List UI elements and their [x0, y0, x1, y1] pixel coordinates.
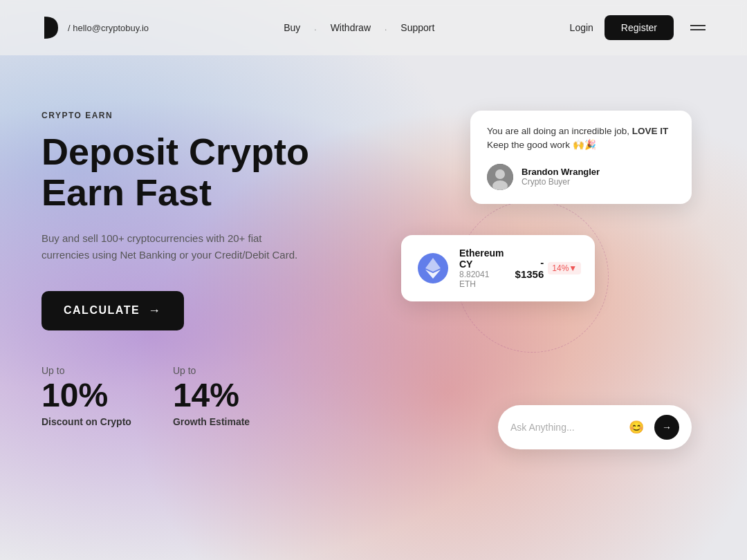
email-label: / hello@cryptobuy.io: [68, 23, 149, 33]
author-info: Brandon Wrangler Crypto Buyer: [522, 167, 600, 187]
crypto-amount: 8.82041 ETH: [459, 270, 504, 289]
section-label: CRYPTO EARN: [42, 111, 401, 120]
hamburger-menu-button[interactable]: [690, 25, 706, 30]
stat-growth-label-top: Up to: [173, 365, 250, 376]
crypto-price: - $1356 14%▼: [515, 256, 582, 280]
stat-growth-value: 14%: [173, 379, 250, 412]
nav-separator-2: .: [385, 23, 387, 32]
author-role: Crypto Buyer: [522, 177, 600, 187]
logo-icon: [42, 15, 61, 40]
nav-withdraw[interactable]: Withdraw: [331, 22, 371, 33]
review-text: You are all doing an incredible job, LOV…: [487, 124, 675, 153]
crypto-info: Ethereum CY 8.82041 ETH: [459, 248, 504, 289]
chat-placeholder[interactable]: Ask Anything...: [510, 422, 618, 433]
nav-center: Buy . Withdraw . Support: [149, 22, 570, 33]
stat-growth: Up to 14% Growth Estimate: [173, 365, 250, 427]
nav-support[interactable]: Support: [400, 22, 434, 33]
price-value: - $1356: [515, 256, 544, 280]
send-button[interactable]: →: [654, 415, 679, 440]
hero-description: Buy and sell 100+ cryptocurrencies with …: [42, 230, 304, 263]
left-section: CRYPTO EARN Deposit Crypto Earn Fast Buy…: [42, 97, 401, 560]
stat-discount-value: 10%: [42, 379, 131, 412]
nav-buy[interactable]: Buy: [284, 22, 300, 33]
stat-discount-label-top: Up to: [42, 365, 131, 376]
arrow-icon: →: [148, 304, 162, 318]
avatar: [487, 164, 513, 190]
review-author: Brandon Wrangler Crypto Buyer: [487, 164, 675, 190]
screen: / hello@cryptobuy.io Buy . Withdraw . Su…: [0, 0, 747, 560]
hero-title: Deposit Crypto Earn Fast: [42, 131, 401, 214]
hero-title-line2: Earn Fast: [42, 171, 212, 213]
emoji-button[interactable]: 😊: [625, 416, 647, 438]
review-text-suffix: Keep the good work 🙌🎉: [487, 140, 596, 150]
review-text-plain: You are all doing an incredible job,: [487, 126, 632, 136]
stat-discount-desc: Discount on Crypto: [42, 416, 131, 427]
review-text-bold: LOVE IT: [632, 126, 669, 136]
stat-growth-desc: Growth Estimate: [173, 416, 250, 427]
ethereum-icon: [418, 253, 448, 283]
chat-card[interactable]: Ask Anything... 😊 →: [498, 405, 692, 449]
right-section: You are all doing an incredible job, LOV…: [401, 97, 706, 560]
crypto-name: Ethereum CY: [459, 248, 504, 270]
price-change: 14%▼: [548, 262, 581, 274]
author-name: Brandon Wrangler: [522, 167, 600, 177]
svg-marker-3: [425, 258, 441, 272]
login-button[interactable]: Login: [570, 22, 593, 33]
menu-line-1: [690, 25, 706, 26]
hero-title-line1: Deposit Crypto: [42, 131, 309, 172]
price-row: - $1356 14%▼: [515, 256, 582, 280]
navbar: / hello@cryptobuy.io Buy . Withdraw . Su…: [0, 0, 747, 55]
nav-separator-1: .: [314, 23, 316, 32]
register-button[interactable]: Register: [605, 15, 674, 40]
calculate-label: CALCULATE: [64, 304, 140, 317]
menu-line-2: [690, 29, 706, 30]
svg-point-1: [495, 169, 505, 179]
calculate-button[interactable]: CALCULATE →: [42, 291, 184, 330]
nav-right: Login Register: [570, 15, 706, 40]
review-card: You are all doing an incredible job, LOV…: [470, 111, 692, 204]
main-content: CRYPTO EARN Deposit Crypto Earn Fast Buy…: [0, 55, 747, 560]
logo-area: / hello@cryptobuy.io: [42, 15, 149, 40]
stat-discount: Up to 10% Discount on Crypto: [42, 365, 131, 427]
stats-row: Up to 10% Discount on Crypto Up to 14% G…: [42, 365, 401, 427]
crypto-card: Ethereum CY 8.82041 ETH - $1356 14%▼: [401, 235, 595, 301]
